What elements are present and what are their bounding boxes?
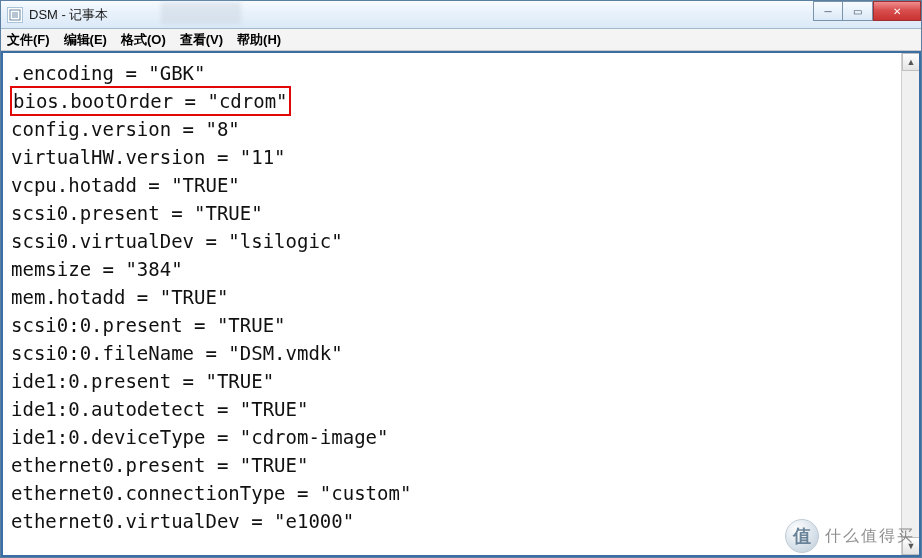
notepad-window: DSM - 记事本 ─ ▭ ✕ 文件(F) 编辑(E) 格式(O) 查看(V) …: [0, 0, 922, 558]
menu-edit[interactable]: 编辑(E): [64, 31, 107, 49]
minimize-icon: ─: [824, 6, 831, 17]
menu-view[interactable]: 查看(V): [180, 31, 223, 49]
text-line: virtualHW.version = "11": [11, 143, 893, 171]
menu-file[interactable]: 文件(F): [7, 31, 50, 49]
text-line-highlighted: bios.bootOrder = "cdrom": [11, 87, 290, 115]
menu-help[interactable]: 帮助(H): [237, 31, 281, 49]
maximize-icon: ▭: [853, 6, 862, 17]
background-blur: [161, 2, 241, 24]
window-title: DSM - 记事本: [29, 6, 108, 24]
text-line: ethernet0.connectionType = "custom": [11, 479, 893, 507]
titlebar[interactable]: DSM - 记事本 ─ ▭ ✕: [1, 1, 921, 29]
editor-frame: .encoding = "GBK"bios.bootOrder = "cdrom…: [1, 51, 921, 557]
text-line: scsi0:0.fileName = "DSM.vmdk": [11, 339, 893, 367]
scroll-down-button[interactable]: ▼: [902, 537, 920, 555]
text-line: memsize = "384": [11, 255, 893, 283]
minimize-button[interactable]: ─: [813, 1, 843, 21]
window-controls: ─ ▭ ✕: [813, 1, 921, 21]
vertical-scrollbar[interactable]: ▲ ▼: [901, 53, 919, 555]
text-line: config.version = "8": [11, 115, 893, 143]
menu-format[interactable]: 格式(O): [121, 31, 166, 49]
text-line: .encoding = "GBK": [11, 59, 893, 87]
scroll-up-button[interactable]: ▲: [902, 53, 920, 71]
close-button[interactable]: ✕: [873, 1, 921, 21]
text-line: ide1:0.autodetect = "TRUE": [11, 395, 893, 423]
maximize-button[interactable]: ▭: [843, 1, 873, 21]
text-line: scsi0.virtualDev = "lsilogic": [11, 227, 893, 255]
text-line: vcpu.hotadd = "TRUE": [11, 171, 893, 199]
text-line: ide1:0.present = "TRUE": [11, 367, 893, 395]
text-line: scsi0:0.present = "TRUE": [11, 311, 893, 339]
close-icon: ✕: [893, 6, 901, 17]
editor-area[interactable]: .encoding = "GBK"bios.bootOrder = "cdrom…: [3, 53, 901, 555]
text-line: scsi0.present = "TRUE": [11, 199, 893, 227]
text-line: mem.hotadd = "TRUE": [11, 283, 893, 311]
menubar: 文件(F) 编辑(E) 格式(O) 查看(V) 帮助(H): [1, 29, 921, 51]
text-line: ethernet0.present = "TRUE": [11, 451, 893, 479]
notepad-icon: [7, 7, 23, 23]
text-line: ide1:0.deviceType = "cdrom-image": [11, 423, 893, 451]
text-line: ethernet0.virtualDev = "e1000": [11, 507, 893, 535]
